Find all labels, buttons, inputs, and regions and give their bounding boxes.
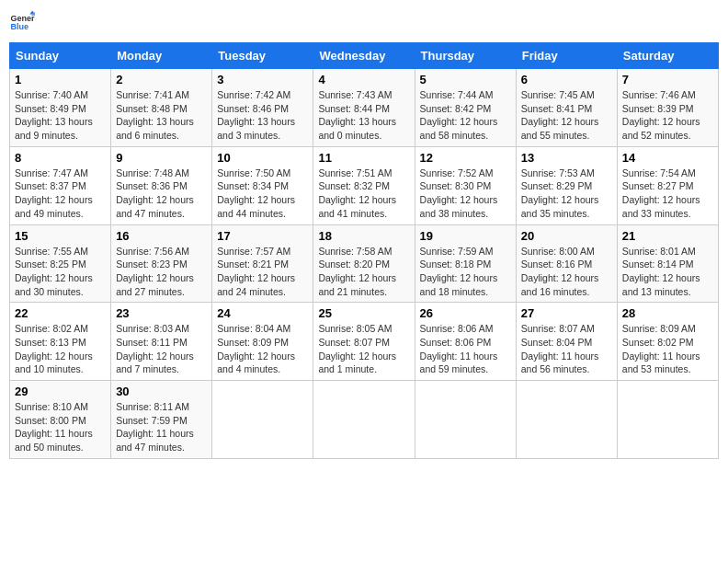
day-info: Sunrise: 7:57 AM Sunset: 8:21 PM Dayligh… xyxy=(217,245,308,299)
day-info: Sunrise: 8:03 AM Sunset: 8:11 PM Dayligh… xyxy=(116,322,207,376)
week-row-5: 29 Sunrise: 8:10 AM Sunset: 8:00 PM Dayl… xyxy=(10,381,719,459)
day-cell-14: 14 Sunrise: 7:54 AM Sunset: 8:27 PM Dayl… xyxy=(617,146,718,224)
day-info: Sunrise: 8:09 AM Sunset: 8:02 PM Dayligh… xyxy=(622,322,713,376)
day-number: 19 xyxy=(420,229,511,243)
day-number: 8 xyxy=(15,151,106,165)
day-cell-17: 17 Sunrise: 7:57 AM Sunset: 8:21 PM Dayl… xyxy=(212,224,313,303)
day-cell-12: 12 Sunrise: 7:52 AM Sunset: 8:30 PM Dayl… xyxy=(415,146,516,224)
day-number: 20 xyxy=(521,229,612,243)
week-row-3: 15 Sunrise: 7:55 AM Sunset: 8:25 PM Dayl… xyxy=(10,224,719,303)
day-header-tuesday: Tuesday xyxy=(212,43,313,69)
day-cell-2: 2 Sunrise: 7:41 AM Sunset: 8:48 PM Dayli… xyxy=(111,69,212,147)
logo: General Blue xyxy=(9,9,35,35)
day-cell-21: 21 Sunrise: 8:01 AM Sunset: 8:14 PM Dayl… xyxy=(617,224,718,303)
day-cell-13: 13 Sunrise: 7:53 AM Sunset: 8:29 PM Dayl… xyxy=(516,146,617,224)
day-header-row: SundayMondayTuesdayWednesdayThursdayFrid… xyxy=(10,43,719,69)
day-number: 14 xyxy=(622,151,713,165)
empty-cell xyxy=(415,381,516,459)
day-info: Sunrise: 7:42 AM Sunset: 8:46 PM Dayligh… xyxy=(217,88,308,143)
day-cell-19: 19 Sunrise: 7:59 AM Sunset: 8:18 PM Dayl… xyxy=(415,224,516,303)
day-number: 11 xyxy=(318,151,409,165)
day-cell-9: 9 Sunrise: 7:48 AM Sunset: 8:36 PM Dayli… xyxy=(111,146,212,224)
day-cell-25: 25 Sunrise: 8:05 AM Sunset: 8:07 PM Dayl… xyxy=(313,303,415,381)
day-info: Sunrise: 7:51 AM Sunset: 8:32 PM Dayligh… xyxy=(318,167,409,221)
day-number: 9 xyxy=(116,151,207,165)
day-info: Sunrise: 7:56 AM Sunset: 8:23 PM Dayligh… xyxy=(116,245,207,299)
day-cell-11: 11 Sunrise: 7:51 AM Sunset: 8:32 PM Dayl… xyxy=(313,146,415,224)
day-cell-4: 4 Sunrise: 7:43 AM Sunset: 8:44 PM Dayli… xyxy=(313,69,415,147)
day-info: Sunrise: 7:45 AM Sunset: 8:41 PM Dayligh… xyxy=(521,88,612,143)
day-info: Sunrise: 8:11 AM Sunset: 7:59 PM Dayligh… xyxy=(116,400,207,454)
day-number: 29 xyxy=(15,385,106,398)
day-number: 30 xyxy=(116,385,207,398)
day-header-saturday: Saturday xyxy=(617,43,718,69)
day-number: 21 xyxy=(622,229,713,243)
day-info: Sunrise: 8:04 AM Sunset: 8:09 PM Dayligh… xyxy=(217,322,308,376)
day-info: Sunrise: 8:06 AM Sunset: 8:06 PM Dayligh… xyxy=(420,322,511,376)
day-cell-10: 10 Sunrise: 7:50 AM Sunset: 8:34 PM Dayl… xyxy=(212,146,313,224)
day-header-friday: Friday xyxy=(516,43,617,69)
day-number: 23 xyxy=(116,306,207,320)
page-header: General Blue xyxy=(9,9,719,35)
day-cell-20: 20 Sunrise: 8:00 AM Sunset: 8:16 PM Dayl… xyxy=(516,224,617,303)
day-number: 6 xyxy=(521,73,612,86)
day-cell-29: 29 Sunrise: 8:10 AM Sunset: 8:00 PM Dayl… xyxy=(10,381,111,459)
week-row-2: 8 Sunrise: 7:47 AM Sunset: 8:37 PM Dayli… xyxy=(10,146,719,224)
logo-icon: General Blue xyxy=(9,9,35,35)
day-info: Sunrise: 7:54 AM Sunset: 8:27 PM Dayligh… xyxy=(622,167,713,221)
day-number: 18 xyxy=(318,229,409,243)
day-info: Sunrise: 8:02 AM Sunset: 8:13 PM Dayligh… xyxy=(15,322,106,376)
empty-cell xyxy=(617,381,718,459)
day-cell-18: 18 Sunrise: 7:58 AM Sunset: 8:20 PM Dayl… xyxy=(313,224,415,303)
day-number: 15 xyxy=(15,229,106,243)
day-number: 3 xyxy=(217,73,308,86)
day-cell-22: 22 Sunrise: 8:02 AM Sunset: 8:13 PM Dayl… xyxy=(10,303,111,381)
day-number: 13 xyxy=(521,151,612,165)
day-info: Sunrise: 7:46 AM Sunset: 8:39 PM Dayligh… xyxy=(622,88,713,143)
day-info: Sunrise: 7:53 AM Sunset: 8:29 PM Dayligh… xyxy=(521,167,612,221)
day-number: 25 xyxy=(318,306,409,320)
day-cell-8: 8 Sunrise: 7:47 AM Sunset: 8:37 PM Dayli… xyxy=(10,146,111,224)
day-number: 5 xyxy=(420,73,511,86)
day-number: 1 xyxy=(15,73,106,86)
day-info: Sunrise: 7:44 AM Sunset: 8:42 PM Dayligh… xyxy=(420,88,511,143)
day-number: 16 xyxy=(116,229,207,243)
day-info: Sunrise: 7:40 AM Sunset: 8:49 PM Dayligh… xyxy=(15,88,106,143)
day-cell-23: 23 Sunrise: 8:03 AM Sunset: 8:11 PM Dayl… xyxy=(111,303,212,381)
day-number: 27 xyxy=(521,306,612,320)
week-row-1: 1 Sunrise: 7:40 AM Sunset: 8:49 PM Dayli… xyxy=(10,69,719,147)
day-info: Sunrise: 8:10 AM Sunset: 8:00 PM Dayligh… xyxy=(15,400,106,454)
day-header-wednesday: Wednesday xyxy=(313,43,415,69)
day-number: 24 xyxy=(217,306,308,320)
day-cell-6: 6 Sunrise: 7:45 AM Sunset: 8:41 PM Dayli… xyxy=(516,69,617,147)
svg-text:Blue: Blue xyxy=(10,22,28,31)
day-header-thursday: Thursday xyxy=(415,43,516,69)
day-cell-28: 28 Sunrise: 8:09 AM Sunset: 8:02 PM Dayl… xyxy=(617,303,718,381)
day-info: Sunrise: 7:58 AM Sunset: 8:20 PM Dayligh… xyxy=(318,245,409,299)
day-info: Sunrise: 7:50 AM Sunset: 8:34 PM Dayligh… xyxy=(217,167,308,221)
day-info: Sunrise: 7:48 AM Sunset: 8:36 PM Dayligh… xyxy=(116,167,207,221)
day-number: 7 xyxy=(622,73,713,86)
day-info: Sunrise: 7:47 AM Sunset: 8:37 PM Dayligh… xyxy=(15,167,106,221)
day-header-sunday: Sunday xyxy=(10,43,111,69)
day-info: Sunrise: 7:43 AM Sunset: 8:44 PM Dayligh… xyxy=(318,88,409,143)
day-number: 26 xyxy=(420,306,511,320)
day-cell-7: 7 Sunrise: 7:46 AM Sunset: 8:39 PM Dayli… xyxy=(617,69,718,147)
empty-cell xyxy=(212,381,313,459)
day-cell-15: 15 Sunrise: 7:55 AM Sunset: 8:25 PM Dayl… xyxy=(10,224,111,303)
day-number: 4 xyxy=(318,73,409,86)
day-number: 2 xyxy=(116,73,207,86)
day-number: 28 xyxy=(622,306,713,320)
day-cell-5: 5 Sunrise: 7:44 AM Sunset: 8:42 PM Dayli… xyxy=(415,69,516,147)
day-cell-26: 26 Sunrise: 8:06 AM Sunset: 8:06 PM Dayl… xyxy=(415,303,516,381)
empty-cell xyxy=(313,381,415,459)
day-info: Sunrise: 7:41 AM Sunset: 8:48 PM Dayligh… xyxy=(116,88,207,143)
day-info: Sunrise: 7:52 AM Sunset: 8:30 PM Dayligh… xyxy=(420,167,511,221)
svg-text:General: General xyxy=(10,14,35,23)
day-cell-1: 1 Sunrise: 7:40 AM Sunset: 8:49 PM Dayli… xyxy=(10,69,111,147)
day-cell-27: 27 Sunrise: 8:07 AM Sunset: 8:04 PM Dayl… xyxy=(516,303,617,381)
day-cell-24: 24 Sunrise: 8:04 AM Sunset: 8:09 PM Dayl… xyxy=(212,303,313,381)
day-info: Sunrise: 7:59 AM Sunset: 8:18 PM Dayligh… xyxy=(420,245,511,299)
day-info: Sunrise: 8:05 AM Sunset: 8:07 PM Dayligh… xyxy=(318,322,409,376)
day-number: 17 xyxy=(217,229,308,243)
